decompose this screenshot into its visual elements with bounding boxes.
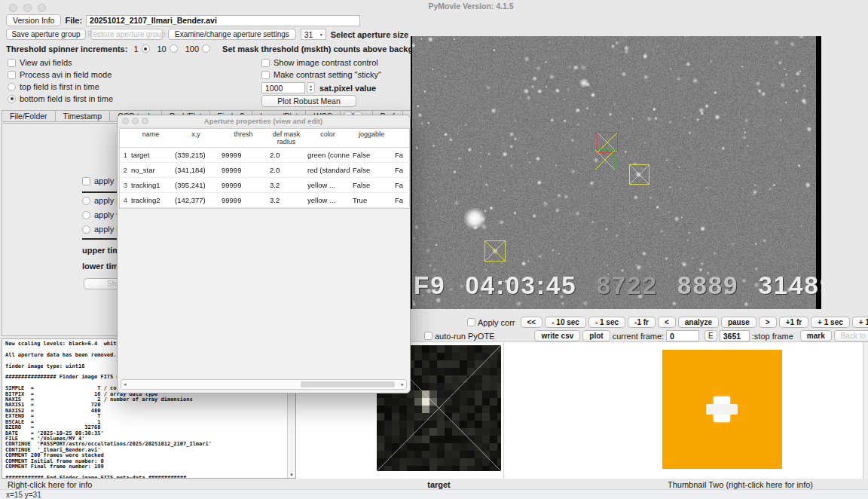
tab-timestamp[interactable]: Timestamp xyxy=(56,110,111,122)
transport-button-10sec[interactable]: + 10 sec xyxy=(852,317,868,328)
cell-xy[interactable]: (339,215) xyxy=(173,148,219,163)
save-aperture-group-button[interactable]: Save aperture group xyxy=(6,29,86,40)
cell-num[interactable]: 4 xyxy=(120,193,129,208)
panel-scrollbar[interactable] xyxy=(863,342,868,479)
cell-joggable[interactable]: False xyxy=(350,163,393,178)
cell-extra[interactable]: Fa xyxy=(393,193,411,208)
plot-button[interactable]: plot xyxy=(582,330,610,341)
cell-num[interactable]: 2 xyxy=(120,163,129,178)
aperture-marker-tracking2[interactable] xyxy=(484,240,506,262)
table-row[interactable]: 1target(339,215)999992.0green (conne..Fa… xyxy=(120,148,409,163)
plot-robust-mean-button[interactable]: Plot Robust Mean xyxy=(261,95,356,107)
cell-color[interactable]: yellow ... xyxy=(305,178,350,193)
threshold-radio-100[interactable] xyxy=(202,44,210,53)
cell-thresh[interactable]: 99999 xyxy=(219,148,267,163)
cell-name[interactable]: tracking2 xyxy=(129,193,173,208)
apply-ve-radio[interactable] xyxy=(82,211,90,219)
sat-pixel-input[interactable]: 1000 xyxy=(261,82,305,93)
cell-name[interactable]: tracking1 xyxy=(129,178,173,193)
transport-button-1fr[interactable]: -1 fr xyxy=(628,317,656,328)
aperture-marker-target[interactable] xyxy=(594,149,616,170)
cell-color[interactable]: yellow ... xyxy=(305,193,350,208)
table-row[interactable]: 2no_star(341,184)999992.0red (standard)F… xyxy=(120,163,409,178)
cell-joggable[interactable]: False xyxy=(350,178,393,193)
file-input[interactable]: 20251012_2107_Ilmari_Bender.avi xyxy=(86,15,360,26)
cell-num[interactable]: 3 xyxy=(120,178,129,193)
current-frame-input[interactable]: 0 xyxy=(666,330,699,341)
cell-name[interactable]: target xyxy=(129,148,173,163)
cell-thresh[interactable]: 99999 xyxy=(219,163,267,178)
tab-file-folder[interactable]: File/Folder xyxy=(2,110,56,122)
scroll-down-icon[interactable]: ▼ xyxy=(289,473,294,477)
sticky-contrast-checkbox[interactable] xyxy=(261,71,270,79)
transport-button-analyze[interactable]: analyze xyxy=(678,317,719,328)
cell-joggable[interactable]: False xyxy=(350,148,393,163)
star-field-image[interactable]: F904:03:4587228889314899 xyxy=(411,36,821,309)
aperture-size-select[interactable]: 31▾ xyxy=(301,29,326,40)
transport-button-1sec[interactable]: - 1 sec xyxy=(588,317,625,328)
apply-corr-checkbox[interactable] xyxy=(467,318,475,326)
version-info-button[interactable]: Version Info xyxy=(6,14,61,26)
cell-xy[interactable]: (341,184) xyxy=(173,163,219,178)
scrollbar-thumb[interactable] xyxy=(301,381,395,387)
process-avi-checkbox[interactable] xyxy=(8,71,16,79)
transport-button-[interactable]: << xyxy=(521,317,543,328)
frame-row: auto-run PyOTE write csv plot current fr… xyxy=(424,330,868,341)
table-row[interactable]: 3tracking1(395,241)999993.2yellow ...Fal… xyxy=(120,178,409,193)
transport-button-pause[interactable]: pause xyxy=(721,317,756,328)
restore-aperture-group-button[interactable]: Restore aperture group xyxy=(90,29,163,40)
cell-num[interactable]: 1 xyxy=(120,148,129,163)
cell-radius[interactable]: 2.0 xyxy=(267,163,305,178)
cell-thresh[interactable]: 99999 xyxy=(219,193,267,208)
autorun-pyote-checkbox[interactable] xyxy=(424,332,432,340)
apply-ho1-radio[interactable] xyxy=(82,197,90,205)
scroll-left-icon[interactable]: ◂ xyxy=(124,381,127,387)
minimize-window-icon[interactable] xyxy=(23,4,32,12)
cell-radius[interactable]: 3.2 xyxy=(267,193,305,208)
cell-extra[interactable]: Fa xyxy=(393,178,411,193)
close-window-icon[interactable] xyxy=(9,4,17,12)
dialog-titlebar[interactable]: Aperture properties (view and edit) xyxy=(118,115,410,127)
back-to-mark-button[interactable]: Back to 'mark' xyxy=(834,330,868,341)
end-frame-button[interactable]: E xyxy=(704,330,717,341)
mark-button[interactable]: mark xyxy=(800,330,832,341)
apply-ho2-radio[interactable] xyxy=(82,225,90,234)
cell-xy[interactable]: (142,377) xyxy=(173,193,219,208)
scroll-right-icon[interactable]: ▸ xyxy=(401,381,404,387)
apply-lin-checkbox[interactable] xyxy=(82,177,90,185)
threshold-radio-1[interactable] xyxy=(142,44,150,53)
cell-radius[interactable]: 2.0 xyxy=(267,148,305,163)
write-csv-button[interactable]: write csv xyxy=(534,330,580,341)
aperture-marker-tracking1[interactable] xyxy=(629,164,649,185)
stop-frame-input[interactable]: 3651 xyxy=(720,330,750,341)
sat-pixel-stepper[interactable]: ▲▼ xyxy=(307,82,315,93)
cell-joggable[interactable]: True xyxy=(350,193,393,208)
zoom-window-icon[interactable] xyxy=(38,4,46,12)
top-field-radio[interactable] xyxy=(8,83,16,91)
cell-thresh[interactable]: 99999 xyxy=(219,178,267,193)
view-avi-fields-checkbox[interactable] xyxy=(8,59,16,67)
cell-color[interactable]: red (standard) xyxy=(305,163,350,178)
transport-button-10sec[interactable]: - 10 sec xyxy=(545,317,586,328)
transport-button-[interactable]: < xyxy=(658,317,676,328)
transport-row: Apply corr <<- 10 sec- 1 sec-1 fr<analyz… xyxy=(467,317,868,328)
threshold-radio-10[interactable] xyxy=(170,44,178,53)
cell-extra[interactable]: Fa xyxy=(393,163,411,178)
cell-name[interactable]: no_star xyxy=(129,163,173,178)
column-header xyxy=(393,129,411,148)
transport-button-1sec[interactable]: + 1 sec xyxy=(811,317,850,328)
window-controls[interactable] xyxy=(9,4,46,12)
transport-button-1fr[interactable]: +1 fr xyxy=(779,317,808,328)
cell-color[interactable]: green (conne.. xyxy=(305,148,350,163)
examine-aperture-settings-button[interactable]: Examine/change aperture settings xyxy=(168,29,296,40)
show-contrast-checkbox[interactable] xyxy=(261,59,270,67)
table-row[interactable]: 4tracking2(142,377)999993.2yellow ...Tru… xyxy=(120,193,409,208)
cell-extra[interactable]: Fa xyxy=(393,148,411,163)
transport-button-[interactable]: > xyxy=(759,317,777,328)
bottom-field-radio[interactable] xyxy=(8,95,16,103)
dialog-hscrollbar[interactable]: ◂ ▸ xyxy=(121,379,407,390)
cursor-coordinates: x=15 y=31 xyxy=(6,491,41,499)
cell-radius[interactable]: 3.2 xyxy=(267,178,305,193)
cell-xy[interactable]: (395,241) xyxy=(173,178,219,193)
thumbnail-two[interactable] xyxy=(662,350,782,469)
